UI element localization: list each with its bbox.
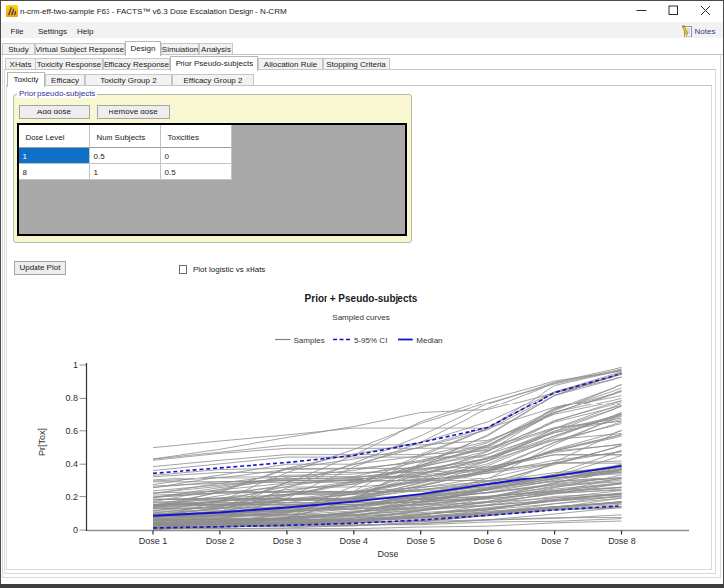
svg-text:Samples: Samples [294, 336, 325, 345]
svg-text:0.8: 0.8 [65, 393, 78, 403]
svg-text:Dose 6: Dose 6 [473, 536, 502, 546]
svg-text:Dose 3: Dose 3 [273, 536, 302, 546]
svg-text:5-95% CI: 5-95% CI [354, 336, 387, 345]
svg-text:0.4: 0.4 [65, 459, 78, 469]
svg-text:Dose 8: Dose 8 [608, 536, 636, 546]
svg-text:Median: Median [416, 336, 442, 345]
svg-text:Sampled curves: Sampled curves [332, 313, 389, 322]
svg-text:1: 1 [73, 360, 78, 370]
svg-text:Dose 5: Dose 5 [406, 536, 435, 546]
svg-text:Prior + Pseudo-subjects: Prior + Pseudo-subjects [305, 293, 418, 304]
svg-text:Pr[Tox]: Pr[Tox] [37, 428, 47, 456]
svg-text:0.2: 0.2 [65, 492, 78, 502]
svg-text:Dose 2: Dose 2 [206, 536, 235, 546]
svg-text:0: 0 [73, 525, 78, 535]
svg-text:Dose 1: Dose 1 [139, 536, 168, 546]
svg-text:Dose 7: Dose 7 [541, 536, 569, 546]
svg-text:Dose 4: Dose 4 [340, 536, 369, 546]
svg-text:0.6: 0.6 [65, 426, 78, 436]
svg-text:Dose: Dose [377, 550, 398, 559]
